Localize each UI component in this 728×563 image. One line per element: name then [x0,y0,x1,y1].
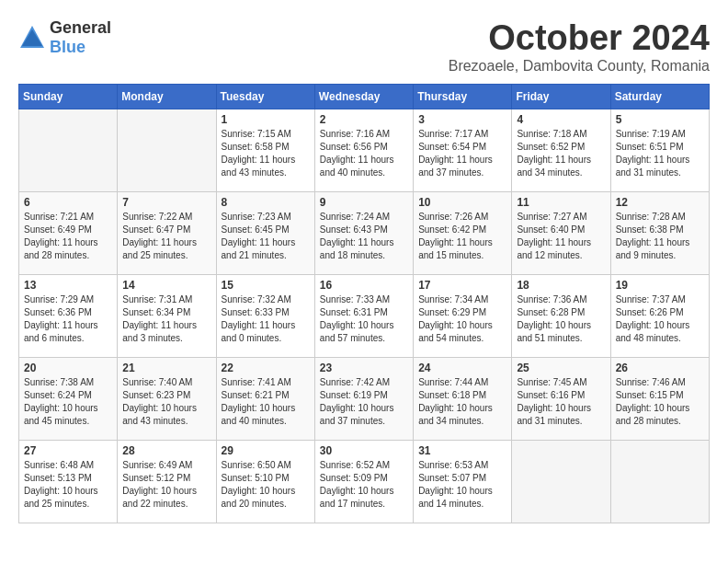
day-number: 25 [517,362,605,374]
day-number: 26 [616,362,704,374]
day-info: Sunrise: 7:45 AM Sunset: 6:16 PM Dayligh… [517,376,605,428]
day-number: 31 [418,444,506,457]
page-header: General Blue October 2024 Brezoaele, Dam… [18,18,710,75]
calendar-cell [512,441,610,523]
day-number: 27 [24,444,112,457]
calendar-cell: 17Sunrise: 7:34 AM Sunset: 6:29 PM Dayli… [414,275,512,358]
day-number: 14 [122,279,210,292]
day-number: 6 [24,196,112,209]
day-info: Sunrise: 7:36 AM Sunset: 6:28 PM Dayligh… [517,293,605,345]
calendar-cell: 19Sunrise: 7:37 AM Sunset: 6:26 PM Dayli… [610,275,709,358]
calendar-day-header: Thursday [414,85,512,109]
calendar-cell: 8Sunrise: 7:23 AM Sunset: 6:45 PM Daylig… [216,192,314,275]
day-info: Sunrise: 7:38 AM Sunset: 6:24 PM Dayligh… [24,376,112,428]
day-info: Sunrise: 6:53 AM Sunset: 5:07 PM Dayligh… [418,459,506,511]
day-number: 4 [517,113,605,126]
calendar-header: SundayMondayTuesdayWednesdayThursdayFrid… [19,85,710,109]
calendar-day-header: Wednesday [314,85,413,109]
logo-icon [18,24,46,52]
calendar-day-header: Saturday [610,85,709,109]
calendar-cell: 3Sunrise: 7:17 AM Sunset: 6:54 PM Daylig… [414,109,512,192]
day-info: Sunrise: 7:42 AM Sunset: 6:19 PM Dayligh… [320,376,408,428]
day-number: 24 [418,362,506,374]
calendar-cell: 5Sunrise: 7:19 AM Sunset: 6:51 PM Daylig… [610,109,709,192]
day-info: Sunrise: 7:34 AM Sunset: 6:29 PM Dayligh… [418,293,506,345]
calendar-cell: 20Sunrise: 7:38 AM Sunset: 6:24 PM Dayli… [19,358,118,441]
day-info: Sunrise: 7:44 AM Sunset: 6:18 PM Dayligh… [418,376,506,428]
calendar-cell: 4Sunrise: 7:18 AM Sunset: 6:52 PM Daylig… [512,109,610,192]
title-area: October 2024 Brezoaele, Dambovita County… [449,18,710,75]
calendar-cell: 14Sunrise: 7:31 AM Sunset: 6:34 PM Dayli… [118,275,216,358]
day-info: Sunrise: 6:48 AM Sunset: 5:13 PM Dayligh… [24,459,112,511]
day-info: Sunrise: 7:29 AM Sunset: 6:36 PM Dayligh… [24,293,112,345]
day-number: 17 [418,279,506,292]
day-info: Sunrise: 7:31 AM Sunset: 6:34 PM Dayligh… [122,293,210,345]
logo: General Blue [18,18,111,57]
day-number: 20 [24,362,112,374]
calendar-cell: 18Sunrise: 7:36 AM Sunset: 6:28 PM Dayli… [512,275,610,358]
calendar-cell: 9Sunrise: 7:24 AM Sunset: 6:43 PM Daylig… [314,192,413,275]
day-number: 7 [122,196,210,209]
calendar-week-row: 27Sunrise: 6:48 AM Sunset: 5:13 PM Dayli… [19,441,710,523]
header-row: SundayMondayTuesdayWednesdayThursdayFrid… [19,85,710,109]
calendar-cell: 28Sunrise: 6:49 AM Sunset: 5:12 PM Dayli… [118,441,216,523]
logo-general-text: General [50,18,111,37]
calendar-week-row: 20Sunrise: 7:38 AM Sunset: 6:24 PM Dayli… [19,358,710,441]
day-info: Sunrise: 7:17 AM Sunset: 6:54 PM Dayligh… [418,128,506,179]
location-title: Brezoaele, Dambovita County, Romania [449,58,710,75]
calendar-day-header: Monday [118,85,216,109]
day-number: 11 [517,196,605,209]
day-number: 28 [122,444,210,457]
day-info: Sunrise: 6:52 AM Sunset: 5:09 PM Dayligh… [320,459,408,511]
calendar-cell: 29Sunrise: 6:50 AM Sunset: 5:10 PM Dayli… [216,441,314,523]
day-number: 19 [616,279,704,292]
day-info: Sunrise: 7:33 AM Sunset: 6:31 PM Dayligh… [320,293,408,345]
calendar-cell: 26Sunrise: 7:46 AM Sunset: 6:15 PM Dayli… [610,358,709,441]
calendar-day-header: Sunday [19,85,118,109]
day-info: Sunrise: 7:16 AM Sunset: 6:56 PM Dayligh… [320,128,408,179]
calendar-cell: 31Sunrise: 6:53 AM Sunset: 5:07 PM Dayli… [414,441,512,523]
day-number: 10 [418,196,506,209]
calendar-week-row: 13Sunrise: 7:29 AM Sunset: 6:36 PM Dayli… [19,275,710,358]
day-number: 1 [222,113,310,126]
day-info: Sunrise: 7:28 AM Sunset: 6:38 PM Dayligh… [616,211,704,262]
calendar-cell [610,441,709,523]
day-info: Sunrise: 7:46 AM Sunset: 6:15 PM Dayligh… [616,376,704,428]
day-number: 18 [517,279,605,292]
day-info: Sunrise: 7:24 AM Sunset: 6:43 PM Dayligh… [320,211,408,262]
day-info: Sunrise: 7:26 AM Sunset: 6:42 PM Dayligh… [418,211,506,262]
day-number: 15 [222,279,310,292]
calendar-cell: 23Sunrise: 7:42 AM Sunset: 6:19 PM Dayli… [314,358,413,441]
calendar-week-row: 1Sunrise: 7:15 AM Sunset: 6:58 PM Daylig… [19,109,710,192]
day-number: 22 [222,362,310,374]
calendar-cell: 30Sunrise: 6:52 AM Sunset: 5:09 PM Dayli… [314,441,413,523]
calendar-cell: 1Sunrise: 7:15 AM Sunset: 6:58 PM Daylig… [216,109,314,192]
calendar-cell: 2Sunrise: 7:16 AM Sunset: 6:56 PM Daylig… [314,109,413,192]
day-number: 2 [320,113,408,126]
day-info: Sunrise: 7:21 AM Sunset: 6:49 PM Dayligh… [24,211,112,262]
calendar-cell: 6Sunrise: 7:21 AM Sunset: 6:49 PM Daylig… [19,192,118,275]
day-info: Sunrise: 7:32 AM Sunset: 6:33 PM Dayligh… [222,293,310,345]
day-info: Sunrise: 7:41 AM Sunset: 6:21 PM Dayligh… [222,376,310,428]
day-info: Sunrise: 7:40 AM Sunset: 6:23 PM Dayligh… [122,376,210,428]
day-number: 8 [222,196,310,209]
calendar-cell: 27Sunrise: 6:48 AM Sunset: 5:13 PM Dayli… [19,441,118,523]
calendar-cell: 10Sunrise: 7:26 AM Sunset: 6:42 PM Dayli… [414,192,512,275]
calendar-cell: 16Sunrise: 7:33 AM Sunset: 6:31 PM Dayli… [314,275,413,358]
calendar-week-row: 6Sunrise: 7:21 AM Sunset: 6:49 PM Daylig… [19,192,710,275]
calendar-body: 1Sunrise: 7:15 AM Sunset: 6:58 PM Daylig… [19,109,710,523]
calendar-cell: 13Sunrise: 7:29 AM Sunset: 6:36 PM Dayli… [19,275,118,358]
day-number: 12 [616,196,704,209]
svg-marker-1 [22,29,42,46]
calendar-cell: 21Sunrise: 7:40 AM Sunset: 6:23 PM Dayli… [118,358,216,441]
calendar-day-header: Tuesday [216,85,314,109]
day-info: Sunrise: 6:49 AM Sunset: 5:12 PM Dayligh… [122,459,210,511]
calendar-cell: 7Sunrise: 7:22 AM Sunset: 6:47 PM Daylig… [118,192,216,275]
day-number: 23 [320,362,408,374]
calendar-cell: 25Sunrise: 7:45 AM Sunset: 6:16 PM Dayli… [512,358,610,441]
calendar-cell: 11Sunrise: 7:27 AM Sunset: 6:40 PM Dayli… [512,192,610,275]
calendar-cell: 12Sunrise: 7:28 AM Sunset: 6:38 PM Dayli… [610,192,709,275]
day-number: 29 [222,444,310,457]
day-info: Sunrise: 6:50 AM Sunset: 5:10 PM Dayligh… [222,459,310,511]
day-number: 5 [616,113,704,126]
